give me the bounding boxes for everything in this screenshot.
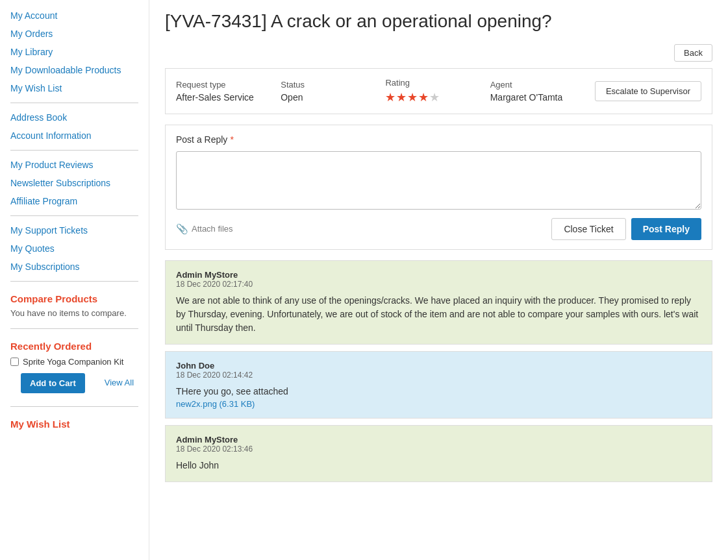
recently-ordered-title: Recently Ordered [0,334,149,354]
sidebar-divider-2 [10,150,138,151]
comment-0: Admin MyStore 18 Dec 2020 02:17:40 We ar… [165,260,712,345]
close-ticket-button[interactable]: Close Ticket [551,218,625,240]
request-type-value: After-Sales Service [176,92,281,103]
attach-files-link[interactable]: 📎 Attach files [176,223,233,235]
sidebar-item-my-quotes[interactable]: My Quotes [0,239,149,258]
ticket-rating-col: Rating ★★★★★ [385,78,490,104]
reply-buttons: Close Ticket Post Reply [551,218,701,240]
sidebar-item-my-library[interactable]: My Library [0,43,149,61]
sidebar-item-my-support-tickets[interactable]: My Support Tickets [0,221,149,239]
reply-label: Post a Reply* [176,134,701,145]
cart-row: Add to Cart View All [0,369,149,401]
compare-products-empty: You have no items to compare. [0,307,149,323]
sidebar-divider-5 [10,328,138,329]
post-reply-button[interactable]: Post Reply [631,218,701,240]
comment-1-author: John Doe [176,361,701,371]
sidebar-divider-1 [10,103,138,103]
sidebar-divider-4 [10,281,138,282]
sidebar-item-my-wish-list[interactable]: My Wish List [0,79,149,97]
paperclip-icon: 📎 [176,223,188,235]
star-3: ★ [407,91,418,104]
sidebar-item-my-account[interactable]: My Account [0,6,149,25]
back-button[interactable]: Back [674,44,712,62]
comment-0-author: Admin MyStore [176,270,701,280]
sidebar: My Account My Orders My Library My Downl… [0,0,149,560]
status-value: Open [281,92,385,103]
ticket-status-col: Status Open [281,80,385,103]
recently-ordered-item-label: Sprite Yoga Companion Kit [23,357,123,367]
comment-2: Admin MyStore 18 Dec 2020 02:13:46 Hello… [165,425,712,482]
request-type-label: Request type [176,80,281,90]
attach-files-label: Attach files [192,224,233,234]
comment-1: John Doe 18 Dec 2020 02:14:42 THere you … [165,351,712,419]
recently-ordered-item: Sprite Yoga Companion Kit [0,354,149,369]
sidebar-item-newsletter-subscriptions[interactable]: Newsletter Subscriptions [0,174,149,192]
star-2: ★ [396,91,407,104]
sidebar-item-my-orders[interactable]: My Orders [0,25,149,43]
sidebar-divider-6 [10,406,138,407]
comment-0-body: We are not able to think of any use of t… [176,294,701,335]
comment-1-date: 18 Dec 2020 02:14:42 [176,371,701,380]
required-marker: * [230,134,233,145]
sidebar-item-account-information[interactable]: Account Information [0,127,149,145]
sidebar-divider-3 [10,215,138,216]
comment-2-date: 18 Dec 2020 02:13:46 [176,444,701,454]
comment-0-date: 18 Dec 2020 02:17:40 [176,280,701,289]
agent-value: Margaret O'Tamta [490,92,595,103]
status-label: Status [281,80,385,90]
recently-ordered-checkbox[interactable] [10,358,19,366]
comment-2-author: Admin MyStore [176,435,701,444]
sidebar-item-my-downloadable-products[interactable]: My Downloadable Products [0,61,149,79]
sidebar-item-my-product-reviews[interactable]: My Product Reviews [0,156,149,174]
comment-1-attachment[interactable]: new2x.png (6.31 KB) [176,399,255,409]
reply-textarea[interactable] [176,151,701,210]
star-5: ★ [429,91,440,104]
sidebar-item-address-book[interactable]: Address Book [0,108,149,127]
reply-actions: 📎 Attach files Close Ticket Post Reply [176,218,701,240]
rating-label: Rating [385,78,490,88]
back-btn-row: Back [165,44,712,62]
star-1: ★ [385,91,396,104]
sidebar-item-affiliate-program[interactable]: Affiliate Program [0,192,149,210]
ticket-agent-col: Agent Margaret O'Tamta [490,80,595,103]
comment-2-body: Hello John [176,459,701,472]
view-all-link[interactable]: View All [105,378,134,387]
add-to-cart-button[interactable]: Add to Cart [21,373,85,393]
star-4: ★ [418,91,429,104]
ticket-info: Request type After-Sales Service Status … [165,68,712,114]
compare-products-title: Compare Products [0,287,149,307]
sidebar-item-my-subscriptions[interactable]: My Subscriptions [0,258,149,276]
page-title: [YVA-73431] A crack or an operational op… [165,10,712,32]
ticket-request-type-col: Request type After-Sales Service [176,80,281,103]
escalate-to-supervisor-button[interactable]: Escalate to Supervisor [595,81,701,101]
reply-section: Post a Reply* 📎 Attach files Close Ticke… [165,125,712,250]
comment-1-body: THere you go, see attached [176,385,701,398]
rating-stars: ★★★★★ [385,90,490,104]
main-content: [YVA-73431] A crack or an operational op… [149,0,728,560]
my-wish-list-title: My Wish List [0,412,149,432]
agent-label: Agent [490,80,595,90]
